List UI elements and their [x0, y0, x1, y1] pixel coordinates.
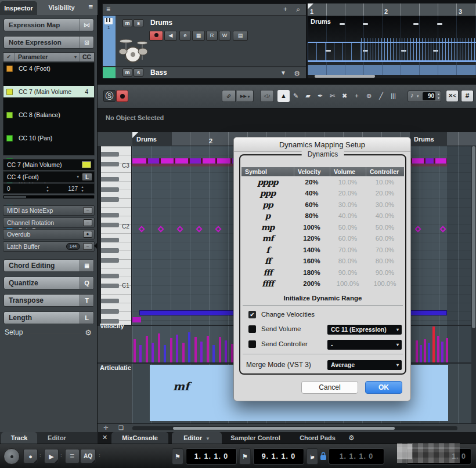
parameter-row[interactable]: CC 8 (Balance) [3, 109, 94, 121]
black-key[interactable] [101, 187, 119, 192]
autoscroll-button[interactable]: ▸▸ ▾ [236, 90, 254, 102]
parameter-list-header[interactable]: ✔ Parameter ▾ CC [3, 52, 95, 62]
black-key[interactable] [101, 177, 119, 182]
option-row[interactable]: MIDI as NoteExp – [3, 205, 95, 216]
send-volume-dropdown[interactable]: CC 11 (Expression)▾ [327, 325, 402, 335]
drums-midi-part[interactable]: Drums [308, 16, 476, 65]
table-row[interactable]: ppp 40% 20.0% 20.0% [241, 188, 404, 199]
tab-chord-pads[interactable]: Chord Pads [297, 432, 338, 444]
midi-note[interactable] [190, 158, 201, 164]
velocity-bar[interactable] [182, 343, 185, 362]
active-param-cc4[interactable]: CC 4 (Foot) ▾ L [3, 171, 95, 183]
track-name[interactable]: Bass [150, 68, 167, 77]
range-slider[interactable] [3, 195, 95, 199]
tool-trim[interactable]: ✒ [314, 90, 326, 102]
quantize-mode-button[interactable]: ☰ [65, 449, 80, 463]
piano-keyboard[interactable]: C3C2C1 [101, 146, 132, 325]
tool-glue[interactable]: + [351, 90, 363, 102]
velocity-bar[interactable] [207, 336, 209, 362]
link-projects-button[interactable]: ∞ [222, 90, 236, 102]
velocity-bar[interactable] [212, 345, 215, 362]
option-toggle-button[interactable]: – [83, 243, 92, 250]
editor-solo-button[interactable]: Ⓢ [103, 90, 116, 102]
find-track-icon[interactable]: ⌕ [296, 5, 300, 13]
section-badge[interactable]: T [80, 295, 93, 306]
change-velocities-checkbox[interactable]: ✔ [248, 311, 256, 318]
track-button[interactable]: R [206, 31, 218, 41]
cancel-button[interactable]: Cancel [301, 381, 358, 394]
expression-map-icon[interactable]: ⋈ [80, 19, 93, 31]
gear-icon[interactable]: ⚙ [348, 434, 355, 442]
acoustic-feedback-button[interactable]: ◁♪ [260, 90, 274, 102]
editor-vscrollbar[interactable] [471, 146, 476, 423]
grid-type-button[interactable]: # [461, 90, 474, 102]
project-ruler[interactable]: 123 [308, 3, 476, 16]
velocity-bar[interactable] [225, 340, 227, 362]
table-row[interactable]: mp 100% 50.0% 50.0% [241, 222, 404, 233]
track-bass[interactable]: m s Bass ▼ ⚙ [103, 67, 306, 78]
send-controller-dropdown[interactable]: -▾ [327, 340, 402, 350]
inspector-menu-icon[interactable]: ≡ [88, 2, 93, 11]
black-key[interactable] [101, 223, 119, 227]
velocity-bar[interactable] [420, 345, 422, 362]
table-row[interactable]: fff 180% 90.0% 90.0% [241, 267, 404, 278]
option-row[interactable]: Latch Buffer 144 – [3, 241, 95, 252]
parameter-row[interactable]: CC 7 (Main Volume 4 [3, 86, 94, 97]
velocity-bar[interactable] [432, 326, 435, 362]
mute-button[interactable]: m [122, 68, 132, 77]
aq-button[interactable]: AQ [80, 449, 96, 463]
velocity-bar[interactable] [146, 336, 148, 362]
magenta-note[interactable] [132, 317, 141, 322]
playback-mode-button[interactable]: ▶ [44, 449, 59, 463]
velocity-bar[interactable] [152, 343, 154, 362]
option-row[interactable]: Channel Rotation – [3, 217, 95, 228]
cc-column-header[interactable]: CC [79, 53, 94, 61]
midi-note[interactable] [412, 158, 424, 164]
track-drums[interactable]: 1 m s Drums ◀ e ▦ R W ▤ [103, 16, 306, 67]
track-button[interactable] [149, 31, 163, 41]
parameter-row[interactable]: CC 10 (Pan) [3, 132, 94, 144]
black-key[interactable] [101, 258, 119, 263]
metronome-button[interactable] [3, 448, 20, 465]
scrollbar-thumb[interactable] [472, 146, 475, 328]
tool-line[interactable]: ╱ [375, 90, 387, 102]
learn-button[interactable]: L [82, 173, 92, 181]
track-button[interactable]: W [219, 31, 230, 41]
move-icon[interactable]: ✛ [103, 425, 108, 431]
chevron-down-icon[interactable]: ▼ [205, 436, 210, 441]
tab-sampler-control[interactable]: Sampler Control [230, 432, 281, 444]
tab-editor-left[interactable]: Editor [39, 432, 74, 444]
option-toggle-button[interactable]: – [83, 219, 92, 226]
table-row[interactable]: f 140% 70.0% 70.0% [241, 244, 404, 256]
stepper-icon[interactable]: ▴▾ [80, 185, 85, 193]
midi-note[interactable] [203, 158, 215, 164]
velocity-bar[interactable] [416, 340, 418, 362]
table-row[interactable]: mf 120% 60.0% 60.0% [241, 233, 404, 245]
midi-note[interactable] [161, 158, 174, 164]
project-hscrollbar[interactable] [308, 75, 476, 78]
right-locator-button[interactable]: ⚑ [239, 448, 251, 465]
insert-velocity-control[interactable]: ♪ ▾ 90 ▴▾ [408, 90, 441, 102]
velocity-bar[interactable] [170, 338, 172, 362]
velocity-bar[interactable] [200, 342, 203, 362]
track-menu-icon[interactable]: ≡ [106, 5, 110, 13]
tool-erase[interactable]: ▰ [302, 90, 314, 102]
track-color-strip[interactable]: 1 [103, 16, 116, 66]
tab-editor-zone[interactable]: Editor▼ [172, 432, 222, 444]
range-min[interactable]: 0 [7, 184, 10, 194]
velocity-bar[interactable] [219, 337, 221, 362]
expression-map-button[interactable]: Expression Map ⋈ [3, 19, 94, 31]
chevron-down-icon[interactable]: ▾ [74, 53, 77, 61]
velocity-bar[interactable] [164, 345, 166, 362]
tab-track[interactable]: Track [1, 432, 37, 444]
bass-part-strip[interactable] [308, 65, 476, 75]
tab-mixconsole[interactable]: MixConsole [111, 432, 168, 444]
page-icon[interactable]: ❏ [118, 425, 124, 431]
editor-record-button[interactable] [116, 90, 128, 102]
black-key[interactable] [101, 162, 119, 166]
table-row[interactable]: ffff 200% 100.0% 100.0% [241, 278, 404, 290]
stepper-icon[interactable]: ▴▾ [438, 92, 439, 100]
midi-note[interactable] [425, 158, 434, 164]
section-badge[interactable]: L [80, 312, 93, 324]
black-key[interactable] [101, 152, 119, 157]
